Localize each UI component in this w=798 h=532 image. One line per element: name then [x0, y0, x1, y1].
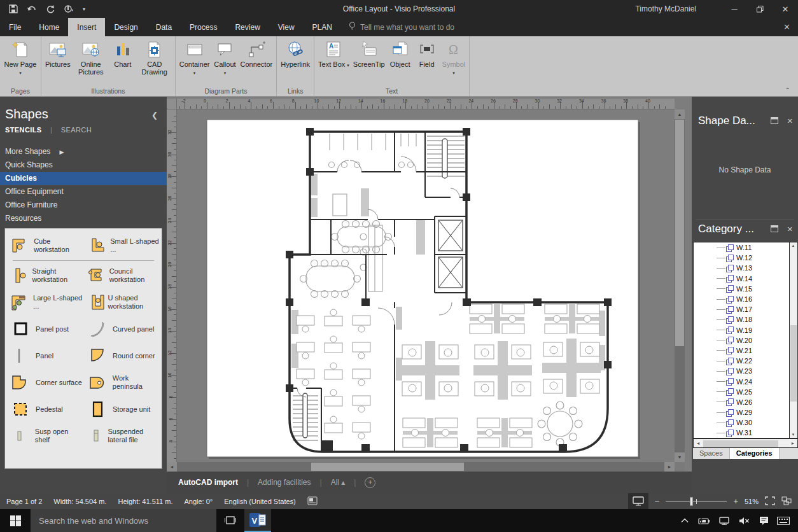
scroll-left-icon[interactable]: ◄	[167, 462, 177, 472]
zoom-level[interactable]: 51%	[745, 498, 759, 505]
status-language[interactable]: English (United States)	[224, 498, 296, 505]
category-item[interactable]: W.29	[694, 407, 789, 417]
shape-round-corner[interactable]: Round corner	[83, 342, 160, 369]
stencil-office-furniture[interactable]: Office Furniture	[0, 199, 167, 212]
hyperlink-button[interactable]: Hyperlink	[279, 38, 312, 69]
scroll-right-icon[interactable]: ►	[788, 441, 797, 445]
shape-work-peninsula[interactable]: Work peninsula	[83, 369, 160, 396]
page-list-all-button[interactable]: All ▴	[331, 478, 346, 487]
visio-taskbar-button[interactable]: V	[244, 509, 271, 532]
category-item[interactable]: W.17	[694, 304, 789, 314]
zoom-slider-thumb[interactable]	[690, 497, 693, 506]
new-page-button[interactable]: New Page ▾	[2, 38, 39, 78]
category-item[interactable]: W.21	[694, 346, 789, 356]
shape-curved-panel[interactable]: Curved panel	[83, 316, 160, 342]
shape-council-workstation[interactable]: Council workstation	[83, 262, 160, 289]
shape-storage-unit[interactable]: Storage unit	[83, 396, 160, 423]
start-button[interactable]	[0, 509, 31, 532]
volume-muted-icon[interactable]	[737, 517, 751, 525]
category-item[interactable]: W.18	[694, 314, 789, 325]
tab-design[interactable]: Design	[105, 18, 146, 36]
drawing-page[interactable]	[177, 109, 675, 462]
stencil-quick-shapes[interactable]: Quick Shapes	[0, 158, 167, 172]
macro-record-icon[interactable]	[307, 496, 318, 507]
shape-u-shaped-workstation[interactable]: U shaped workstation	[83, 289, 160, 316]
collapse-ribbon-icon[interactable]: ⌃	[785, 87, 790, 94]
tab-file[interactable]: File	[0, 18, 30, 36]
category-scroll-thumb[interactable]	[790, 325, 797, 402]
container-button[interactable]: Container▾	[178, 38, 212, 78]
float-pane-icon[interactable]	[771, 225, 778, 234]
shape-suspended-lateral-file[interactable]: Suspended lateral file	[83, 423, 160, 449]
scroll-down-icon[interactable]: ▼	[675, 452, 685, 462]
scroll-left-icon[interactable]: ◄	[694, 441, 703, 445]
text-box-button[interactable]: A Text Box ▾	[316, 38, 351, 71]
zoom-slider[interactable]	[666, 497, 727, 506]
float-pane-icon[interactable]	[771, 117, 778, 125]
action-center-icon[interactable]	[757, 516, 771, 525]
tab-categories[interactable]: Categories	[730, 448, 780, 459]
presentation-mode-button[interactable]	[628, 493, 648, 509]
close-shape-data-icon[interactable]: ✕	[787, 117, 793, 125]
shape-susp-open-shelf[interactable]: Susp open shelf	[6, 423, 83, 449]
shape-panel-post[interactable]: Panel post	[6, 316, 83, 342]
collapse-shapes-panel-icon[interactable]: ❮	[151, 111, 158, 120]
tab-spaces[interactable]: Spaces	[693, 448, 730, 459]
scroll-up-icon[interactable]: ▲	[675, 109, 685, 119]
taskbar-search-input[interactable]: Search the web and Windows	[31, 509, 216, 532]
stencil-cubicles[interactable]: Cubicles	[0, 172, 167, 185]
battery-icon[interactable]	[697, 517, 711, 524]
category-item[interactable]: W.24	[694, 376, 789, 386]
category-item[interactable]: W.12	[694, 253, 789, 263]
scroll-down-icon[interactable]: ▼	[790, 433, 797, 437]
zoom-out-button[interactable]: −	[655, 497, 660, 505]
shape-small-l-shaped[interactable]: Small L-shaped ...	[83, 232, 160, 259]
tray-expand-icon[interactable]	[678, 518, 692, 523]
close-category-icon[interactable]: ✕	[787, 225, 793, 234]
close-secondary-icon[interactable]: ✕	[783, 18, 790, 36]
network-icon[interactable]	[717, 517, 731, 525]
tab-search[interactable]: SEARCH	[61, 126, 92, 134]
keyboard-icon[interactable]	[776, 517, 790, 525]
category-item[interactable]: W.14	[694, 274, 789, 284]
category-item[interactable]: W.20	[694, 335, 789, 346]
tell-me-box[interactable]: Tell me what you want to do	[341, 18, 454, 36]
cad-drawing-button[interactable]: CAD Drawing	[136, 38, 173, 77]
category-item[interactable]: W.16	[694, 294, 789, 304]
horizontal-scroll-thumb[interactable]	[311, 463, 464, 471]
tab-insert[interactable]: Insert	[68, 18, 105, 36]
shape-panel[interactable]: Panel	[6, 342, 83, 369]
category-item[interactable]: W.26	[694, 397, 789, 407]
task-view-button[interactable]	[216, 509, 244, 532]
tab-data[interactable]: Data	[147, 18, 181, 36]
category-item[interactable]: W.15	[694, 284, 789, 294]
scroll-right-icon[interactable]: ►	[664, 462, 675, 472]
category-item[interactable]: W.23	[694, 366, 789, 376]
tab-view[interactable]: View	[269, 18, 304, 36]
object-button[interactable]: Object	[387, 38, 414, 69]
online-pictures-button[interactable]: Online Pictures	[73, 38, 109, 77]
close-button[interactable]: ✕	[773, 0, 798, 18]
tab-process[interactable]: Process	[181, 18, 226, 36]
category-horizontal-scrollbar[interactable]: ◄ ►	[693, 438, 798, 448]
vertical-scroll-thumb[interactable]	[675, 120, 684, 346]
shape-straight-workstation[interactable]: Straight workstation	[6, 262, 83, 289]
tab-stencils[interactable]: STENCILS	[5, 126, 42, 134]
switch-windows-button[interactable]	[781, 496, 792, 507]
minimize-button[interactable]: ─	[722, 0, 747, 18]
tab-plan[interactable]: PLAN	[304, 18, 341, 36]
zoom-in-button[interactable]: +	[733, 497, 738, 505]
category-item[interactable]: W.25	[694, 387, 789, 397]
page-tab-adding-facilities[interactable]: Adding facilities	[258, 478, 311, 487]
scroll-up-icon[interactable]: ▲	[790, 244, 797, 248]
category-item[interactable]: W.30	[694, 417, 789, 428]
stencil-resources[interactable]: Resources	[0, 212, 167, 225]
restore-button[interactable]	[747, 0, 773, 18]
category-tree-list[interactable]: W.11W.12W.13W.14W.15W.16W.17W.18W.19W.20…	[693, 242, 790, 438]
page-tab-autocad-import[interactable]: AutoCAD import	[178, 478, 238, 487]
shape-pedestal[interactable]: Pedestal	[6, 396, 83, 423]
shape-corner-surface[interactable]: Corner surface	[6, 369, 83, 396]
connector-button[interactable]: Connector	[238, 38, 274, 69]
category-vertical-scrollbar[interactable]: ▲ ▼	[790, 242, 798, 438]
fit-page-button[interactable]	[765, 496, 775, 507]
